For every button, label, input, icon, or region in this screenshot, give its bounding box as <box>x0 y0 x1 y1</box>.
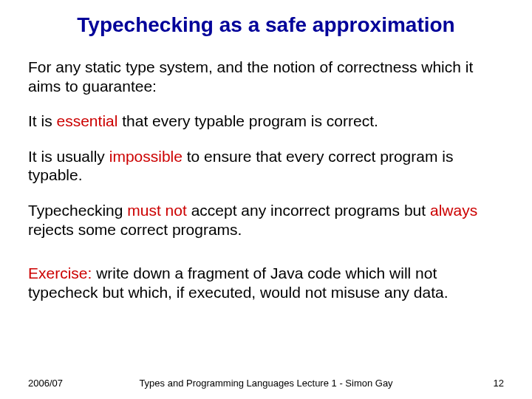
text: that every typable program is correct. <box>117 112 378 129</box>
paragraph-impossible: It is usually impossible to ensure that … <box>28 147 504 185</box>
text: For any static type system, and the noti… <box>28 58 473 95</box>
text: It is <box>28 112 57 129</box>
emphasis-essential: essential <box>57 112 118 129</box>
text: write down a fragment of Java code which… <box>28 265 449 301</box>
emphasis-always: always <box>430 202 477 219</box>
paragraph-essential: It is essential that every typable progr… <box>28 112 504 131</box>
paragraph-exercise: Exercise: write down a fragment of Java … <box>28 264 504 301</box>
exercise-label: Exercise: <box>28 265 92 282</box>
paragraph-intro: For any static type system, and the noti… <box>28 58 504 95</box>
emphasis-impossible: impossible <box>109 148 183 165</box>
slide-title: Typechecking as a safe approximation <box>0 13 532 37</box>
footer-page-number: 12 <box>494 378 504 389</box>
footer-title: Types and Programming Languages Lecture … <box>28 378 504 389</box>
text: rejects some correct programs. <box>28 221 242 238</box>
text: accept any incorrect programs but <box>187 202 430 219</box>
emphasis-mustnot: must not <box>127 202 187 219</box>
slide-body: For any static type system, and the noti… <box>28 58 504 318</box>
paragraph-mustnot: Typechecking must not accept any incorre… <box>28 201 504 239</box>
text: It is usually <box>28 148 109 165</box>
slide: Typechecking as a safe approximation For… <box>0 0 532 399</box>
text: Typechecking <box>28 202 127 219</box>
